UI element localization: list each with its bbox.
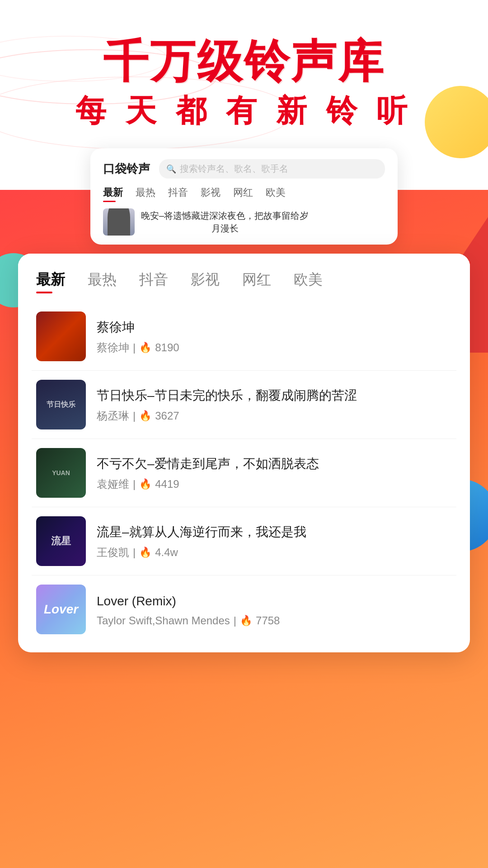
preview-thumb (103, 208, 135, 236)
fire-icon-liu: 🔥 (139, 547, 151, 558)
song-info-liu: 流星–就算从人海逆行而来，我还是我 王俊凯 | 🔥 4.4w (97, 523, 452, 560)
fire-icon-cai: 🔥 (139, 342, 151, 354)
song-meta-yuan: 袁娅维 | 🔥 4419 (97, 477, 452, 491)
app-tab-zuixin[interactable]: 最新 (103, 186, 123, 199)
song-artist-lover: Taylor Swift,Shawn Mendes (97, 614, 230, 627)
song-title-yuan: 不亏不欠–爱情走到尾声，不如洒脱表态 (97, 455, 452, 472)
app-tab-wanghong[interactable]: 网红 (233, 186, 253, 199)
song-title-liu: 流星–就算从人海逆行而来，我还是我 (97, 523, 452, 541)
song-meta-lover: Taylor Swift,Shawn Mendes | 🔥 7758 (97, 614, 452, 627)
app-tab-zure[interactable]: 最热 (136, 186, 155, 199)
song-item-lover[interactable]: Lover Lover (Remix) Taylor Swift,Shawn M… (32, 576, 456, 643)
play-count-lover: 7758 (256, 614, 280, 627)
song-item-liu[interactable]: 流星 流星–就算从人海逆行而来，我还是我 王俊凯 | 🔥 4.4w (32, 507, 456, 576)
song-item-cai[interactable]: 蔡徐坤 蔡徐坤 | 🔥 8190 (32, 302, 456, 371)
separator5: | (234, 614, 236, 627)
song-info-lover: Lover (Remix) Taylor Swift,Shawn Mendes … (97, 592, 452, 627)
play-count-jie: 3627 (155, 410, 179, 422)
separator3: | (133, 478, 136, 491)
main-tabs-bar: 最新 最热 抖音 影视 网红 欧美 (18, 254, 470, 302)
separator: | (133, 341, 136, 354)
fire-icon-yuan: 🔥 (139, 478, 151, 490)
song-item-jie[interactable]: 节日快乐 节日快乐–节日未完的快乐，翻覆成闹腾的苦涩 杨丞琳 | 🔥 3627 (32, 371, 456, 439)
preview-song-item: 晚安–将遗憾藏进深浓夜色，把故事留给岁月漫长 (103, 208, 385, 236)
fire-icon-jie: 🔥 (139, 410, 151, 422)
thumb-text-jie: 节日快乐 (47, 400, 75, 410)
app-tabs-preview: 最新 最热 抖音 影视 网红 欧美 (103, 186, 385, 203)
app-tab-douyin[interactable]: 抖音 (168, 186, 188, 199)
song-title-jie: 节日快乐–节日未完的快乐，翻覆成闹腾的苦涩 (97, 387, 452, 404)
hero-subtitle: 每 天 都 有 新 铃 听 (18, 90, 470, 130)
song-artist-liu: 王俊凯 (97, 545, 129, 560)
song-artist-jie: 杨丞琳 (97, 409, 129, 423)
song-thumb-cai (36, 311, 86, 361)
thumb-text-lover: Lover (44, 602, 78, 617)
song-info-yuan: 不亏不欠–爱情走到尾声，不如洒脱表态 袁娅维 | 🔥 4419 (97, 455, 452, 491)
song-thumb-liu: 流星 (36, 516, 86, 566)
hero-title: 千万级铃声库 (18, 36, 470, 86)
main-tab-zure[interactable]: 最热 (88, 270, 117, 293)
app-logo: 口袋铃声 (103, 161, 150, 177)
song-meta-jie: 杨丞琳 | 🔥 3627 (97, 409, 452, 423)
thumb-text-yuan: YUAN (52, 469, 70, 476)
app-tab-yingshi[interactable]: 影视 (201, 186, 221, 199)
search-placeholder: 搜索铃声名、歌名、歌手名 (180, 163, 288, 175)
separator2: | (133, 410, 136, 422)
song-thumb-lover: Lover (36, 585, 86, 634)
main-tab-douyin[interactable]: 抖音 (139, 270, 168, 293)
separator4: | (133, 546, 136, 559)
song-info-jie: 节日快乐–节日未完的快乐，翻覆成闹腾的苦涩 杨丞琳 | 🔥 3627 (97, 387, 452, 423)
main-card: 最新 最热 抖音 影视 网红 欧美 蔡徐坤 蔡徐坤 | 🔥 8 (18, 254, 470, 652)
song-list: 蔡徐坤 蔡徐坤 | 🔥 8190 节日快乐 节日快乐– (18, 302, 470, 643)
song-item-yuan[interactable]: YUAN 不亏不欠–爱情走到尾声，不如洒脱表态 袁娅维 | 🔥 4419 (32, 439, 456, 507)
app-tab-oumei[interactable]: 欧美 (266, 186, 286, 199)
thumb-text-liu: 流星 (51, 534, 71, 548)
app-search-bar[interactable]: 🔍 搜索铃声名、歌名、歌手名 (159, 159, 385, 179)
fire-icon-lover: 🔥 (240, 615, 252, 627)
song-artist-yuan: 袁娅维 (97, 477, 129, 491)
page-content: 千万级铃声库 每 天 都 有 新 铃 听 口袋铃声 🔍 搜索铃声名、歌名、歌手名… (0, 0, 488, 652)
hero-section: 千万级铃声库 每 天 都 有 新 铃 听 口袋铃声 🔍 搜索铃声名、歌名、歌手名… (0, 0, 488, 263)
song-thumb-yuan: YUAN (36, 448, 86, 498)
app-header: 口袋铃声 🔍 搜索铃声名、歌名、歌手名 (103, 159, 385, 179)
song-info-cai: 蔡徐坤 蔡徐坤 | 🔥 8190 (97, 318, 452, 355)
main-tab-yingshi[interactable]: 影视 (191, 270, 220, 293)
song-title-cai: 蔡徐坤 (97, 318, 452, 336)
song-title-lover: Lover (Remix) (97, 592, 452, 610)
play-count-cai: 8190 (155, 341, 179, 354)
play-count-yuan: 4419 (155, 478, 179, 491)
app-preview-card: 口袋铃声 🔍 搜索铃声名、歌名、歌手名 最新 最热 抖音 影视 网红 欧美 (90, 148, 398, 245)
song-thumb-jie: 节日快乐 (36, 380, 86, 429)
song-artist-cai: 蔡徐坤 (97, 340, 129, 355)
main-tab-zuixin[interactable]: 最新 (36, 270, 65, 293)
preview-song-title: 晚安–将遗憾藏进深浓夜色，把故事留给岁月漫长 (141, 209, 309, 235)
main-tab-oumei[interactable]: 欧美 (294, 270, 323, 293)
song-meta-cai: 蔡徐坤 | 🔥 8190 (97, 340, 452, 355)
song-meta-liu: 王俊凯 | 🔥 4.4w (97, 545, 452, 560)
play-count-liu: 4.4w (155, 546, 178, 559)
main-tab-wanghong[interactable]: 网红 (242, 270, 271, 293)
search-icon: 🔍 (166, 164, 176, 174)
